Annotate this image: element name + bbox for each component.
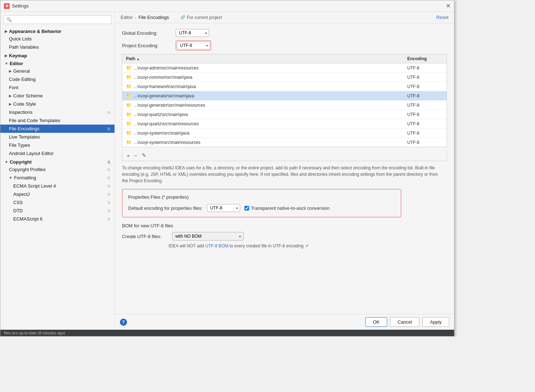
project-encoding-label: Project Encoding:	[122, 43, 172, 48]
bom-section: BOM for new UTF-8 files Create UTF-8 fil…	[122, 223, 447, 248]
chevron-icon	[9, 102, 12, 106]
copy-icon: ⎘	[108, 209, 110, 213]
global-encoding-dropdown-wrap: UTF-8 UTF-16 ISO-8859-1	[176, 29, 209, 37]
cancel-button[interactable]: Cancel	[390, 317, 419, 327]
td-encoding: UTF-8	[404, 120, 447, 128]
main-panel: Editor › File Encodings 🔗 For current pr…	[115, 12, 454, 330]
sidebar-item-live-templates[interactable]: Live Templates	[0, 133, 115, 141]
td-encoding: UTF-8	[404, 129, 447, 137]
td-encoding: UTF-8	[404, 101, 447, 110]
remove-path-button[interactable]: −	[133, 151, 139, 159]
sidebar: 🔍 Appearance & Behavior Quick Lists Path…	[0, 12, 115, 330]
table-row[interactable]: 📁 ...\ruoyi-system\src\main\resources UT…	[122, 138, 447, 147]
copy-icon: ⎘	[108, 160, 110, 164]
sidebar-item-android-layout-editor[interactable]: Android Layout Editor	[0, 149, 115, 158]
sidebar-item-editor[interactable]: Editor	[0, 59, 115, 67]
help-button[interactable]: ?	[120, 319, 127, 326]
edit-path-button[interactable]: ✎	[140, 151, 148, 159]
folder-icon: 📁	[126, 102, 132, 108]
add-path-button[interactable]: +	[125, 151, 131, 159]
transparent-conversion-checkbox[interactable]	[244, 206, 249, 210]
dialog-buttons: OK Cancel Apply	[365, 317, 449, 327]
sidebar-item-dtd[interactable]: DTD ⎘	[0, 207, 115, 215]
ok-button[interactable]: OK	[365, 317, 387, 327]
bom-dropdown-wrap: with NO BOM with BOM	[172, 232, 244, 241]
td-encoding: UTF-8	[404, 92, 447, 100]
td-path: 📁 ...\ruoyi-generator\src\main\resources	[122, 101, 404, 110]
properties-encoding-dropdown[interactable]: UTF-8 UTF-16 ISO-8859-1	[207, 204, 240, 212]
sidebar-item-ecma-script-4[interactable]: ECMA Script Level 4 ⎘	[0, 182, 115, 190]
sidebar-item-css[interactable]: CSS ⎘	[0, 198, 115, 207]
td-path: 📁 ...\ruoyi-admin\src\main\resources	[122, 63, 404, 72]
chevron-icon	[9, 69, 12, 73]
global-encoding-row: Global Encoding: UTF-8 UTF-16 ISO-8859-1	[122, 29, 447, 37]
table-row[interactable]: 📁 ...\ruoyi-generator\src\main\java UTF-…	[122, 91, 447, 101]
copy-icon: ⎘	[108, 192, 110, 197]
sidebar-item-formatting[interactable]: Formatting ⎘	[0, 174, 115, 182]
reset-button[interactable]: Reset	[436, 15, 448, 20]
file-table: Path ▲ Encoding 📁 ...\ruoyi-admin\src\ma…	[122, 54, 447, 147]
copy-icon: ⎘	[108, 200, 110, 205]
sidebar-item-ecmascript-6[interactable]: ECMAScript 6 ⎘	[0, 215, 115, 223]
status-bar: files are up-to-date (8 minutes ago)	[0, 330, 454, 336]
sidebar-item-keymap[interactable]: Keymap	[0, 51, 115, 59]
search-input[interactable]	[13, 17, 108, 22]
breadcrumb-parent: Editor	[121, 15, 133, 20]
transparent-conversion-checkbox-label[interactable]: Transparent native-to-ascii conversion	[244, 205, 330, 211]
chevron-icon	[9, 94, 12, 98]
bom-row: Create UTF-8 files: with NO BOM with BOM	[122, 232, 447, 241]
properties-files-section: Properties Files (*.properties) Default …	[122, 189, 401, 217]
folder-icon: 📁	[126, 130, 132, 136]
copy-icon: ⎘	[108, 176, 110, 180]
td-path: 📁 ...\ruoyi-system\src\main\java	[122, 129, 404, 137]
td-path: 📁 ...\ruoyi-common\src\main\java	[122, 73, 404, 82]
copy-icon: ⎘	[108, 184, 110, 188]
sidebar-item-file-code-templates[interactable]: File and Code Templates	[0, 116, 115, 125]
table-row[interactable]: 📁 ...\ruoyi-framework\src\main\java UTF-…	[122, 82, 447, 91]
status-text: files are up-to-date (8 minutes ago)	[4, 331, 65, 335]
sidebar-item-path-variables[interactable]: Path Variables	[0, 43, 115, 51]
close-button[interactable]: ✕	[446, 3, 451, 9]
apply-button[interactable]: Apply	[422, 317, 449, 327]
global-encoding-label: Global Encoding:	[122, 30, 172, 36]
table-row[interactable]: 📁 ...\ruoyi-quartz\src\main\resources UT…	[122, 119, 447, 129]
table-header: Path ▲ Encoding	[122, 54, 447, 63]
bom-dropdown[interactable]: with NO BOM with BOM	[172, 232, 244, 241]
table-row[interactable]: 📁 ...\ruoyi-quartz\src\main\java UTF-8	[122, 110, 447, 119]
sidebar-item-file-types[interactable]: File Types	[0, 141, 115, 149]
sidebar-item-copyright-profiles[interactable]: Copyright Profiles ⎘	[0, 165, 115, 174]
sidebar-item-code-editing[interactable]: Code Editing	[0, 75, 115, 83]
table-row[interactable]: 📁 ...\ruoyi-generator\src\main\resources…	[122, 101, 447, 110]
sidebar-item-file-encodings[interactable]: File Encodings ⎘	[0, 125, 115, 133]
td-encoding: UTF-8	[404, 110, 447, 119]
table-row[interactable]: 📁 ...\ruoyi-common\src\main\java UTF-8	[122, 73, 447, 82]
sidebar-item-general[interactable]: General	[0, 67, 115, 75]
properties-files-title: Properties Files (*.properties)	[128, 194, 395, 200]
global-encoding-dropdown[interactable]: UTF-8 UTF-16 ISO-8859-1	[176, 29, 209, 37]
project-encoding-dropdown[interactable]: UTF-8 UTF-16 ISO-8859-1	[177, 42, 210, 49]
search-box[interactable]: 🔍	[3, 15, 112, 24]
utf8-bom-link[interactable]: UTF-8 BOM	[205, 243, 228, 248]
chevron-icon	[5, 160, 8, 164]
copy-icon: ⎘	[108, 127, 110, 131]
copy-icon: ⎘	[108, 110, 110, 115]
breadcrumb-separator: ›	[135, 15, 136, 20]
td-path: 📁 ...\ruoyi-system\src\main\resources	[122, 138, 404, 147]
project-encoding-row: Project Encoding: UTF-8 UTF-16 ISO-8859-…	[122, 40, 447, 50]
td-path: 📁 ...\ruoyi-generator\src\main\java	[122, 91, 404, 100]
table-row[interactable]: 📁 ...\ruoyi-system\src\main\java UTF-8	[122, 129, 447, 138]
sidebar-item-inspections[interactable]: Inspections ⎘	[0, 108, 115, 116]
for-current-project-link[interactable]: For current project	[187, 15, 222, 20]
folder-icon: 📁	[126, 65, 132, 71]
sidebar-item-code-style[interactable]: Code Style	[0, 100, 115, 108]
sidebar-item-aspectj[interactable]: AspectJ ⎘	[0, 190, 115, 198]
td-encoding: UTF-8	[404, 64, 447, 72]
project-encoding-highlight: UTF-8 UTF-16 ISO-8859-1	[176, 40, 211, 50]
sidebar-item-quick-lists[interactable]: Quick Lists	[0, 35, 115, 43]
sidebar-item-copyright[interactable]: Copyright ⎘	[0, 158, 115, 165]
sidebar-item-font[interactable]: Font	[0, 83, 115, 92]
sidebar-item-appearance-behavior[interactable]: Appearance & Behavior	[0, 27, 115, 35]
info-text: To change encoding IntelliJ IDEA uses fo…	[122, 165, 444, 184]
sidebar-item-color-scheme[interactable]: Color Scheme	[0, 92, 115, 100]
table-row[interactable]: 📁 ...\ruoyi-admin\src\main\resources UTF…	[122, 63, 447, 73]
